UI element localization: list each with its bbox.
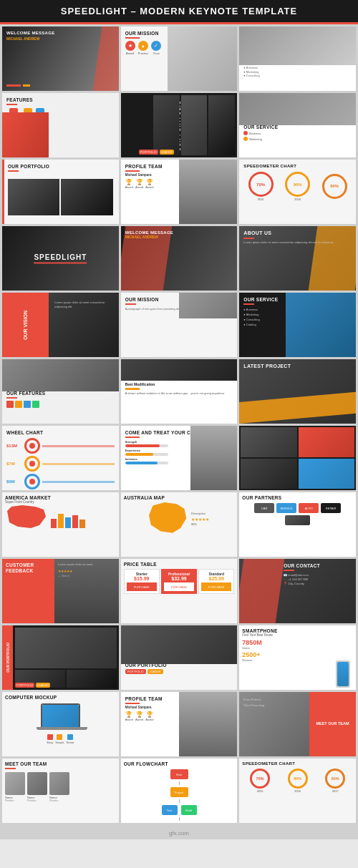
contact-title: OUR CONTACT bbox=[284, 563, 352, 568]
about-title: ABOUT US bbox=[243, 230, 352, 235]
meet-team-title: MEET OUR TEAM bbox=[316, 721, 349, 726]
slide-treat-car[interactable]: Come and Treat Your Car Strength Experie… bbox=[121, 426, 238, 490]
page-wrapper: SPEEDLIGHT – MODERN KEYNOTE TEMPLATE WEL… bbox=[0, 0, 358, 839]
slide-smartphone[interactable]: SMARTPHONE Find Your Best Route 7850M Us… bbox=[239, 625, 356, 690]
slide-speedometer2[interactable]: SPEEDOMETER CHART 70% 2015 80% 2016 90% bbox=[239, 759, 356, 823]
australia-title: AUSTRALIA MAP bbox=[124, 495, 235, 500]
slides-row-8: AMERICA MARKET Super Front Country bbox=[2, 492, 356, 557]
computer-title: COMPUTER MOCKUP bbox=[5, 695, 116, 700]
portfolio-dark-label: OUR PORTFOLIO bbox=[6, 643, 10, 673]
slide-mission2[interactable]: OUR MISSION A paragraph of text goes her… bbox=[121, 293, 238, 357]
slide-about[interactable]: ABOUT US Lorem ipsum dolor sit amet cons… bbox=[239, 226, 356, 291]
slide-mission[interactable]: OUR MISSION ★ Award ♦ Practice bbox=[121, 26, 238, 91]
watermark: gfx.com bbox=[0, 827, 358, 839]
slide-latest[interactable]: LATEST PROJECT bbox=[239, 359, 356, 424]
slides-row-5: OUR VISION Lorem ipsum dolor sit amet co… bbox=[2, 293, 356, 357]
slide-america[interactable]: AMERICA MARKET Super Front Country bbox=[2, 492, 119, 557]
meet-team2-title: MEET OUR TEAM bbox=[5, 761, 116, 766]
america-sub: Super Front Country bbox=[5, 500, 116, 504]
slide-welcome2[interactable]: WELCOME MESSAGE MICHAEL ANDREW bbox=[121, 226, 238, 291]
slide-portfolio-main[interactable]: OUR PORTFOLIO bbox=[2, 160, 119, 224]
slide-vision[interactable]: OUR VISION Lorem ipsum dolor sit amet co… bbox=[2, 293, 119, 357]
slide-profile[interactable]: PROFILE TEAM Michael Sampara 🏆 Award 🏆 A… bbox=[121, 160, 238, 224]
slides-container: WELCOME MESSAGE MICHAEL ANDREW OUR MISSI… bbox=[0, 24, 358, 827]
features-title: FEATURES bbox=[6, 97, 115, 102]
slides-row-9: CUSTOMER FEEDBACK Lorem ipsum dolor sit … bbox=[2, 559, 356, 623]
slides-row-10: OUR PORTFOLIO PORTFOLIO LEADER bbox=[2, 625, 356, 690]
service2-title: OUR SERVICE bbox=[243, 125, 352, 130]
vision-title: OUR VISION bbox=[23, 310, 28, 339]
slide-meet-team[interactable]: MEET OUR TEAM Evan Roberts Tyler Present… bbox=[239, 692, 356, 756]
speedometer-title: SPEEDOMETER CHART bbox=[243, 164, 352, 168]
slides-row-6: OUR FEATURES Best bbox=[2, 359, 356, 424]
slide-price[interactable]: PRICE TABLE Starter $15.99 PURCHASE Prof… bbox=[121, 559, 238, 623]
slide-modification[interactable]: Best Modification A dream without ambiti… bbox=[121, 359, 238, 424]
modification-quote: A dream without ambition is like a car w… bbox=[125, 391, 233, 396]
welcome2-subtitle: MICHAEL ANDREW bbox=[125, 235, 233, 239]
slide-features2[interactable]: OUR FEATURES bbox=[2, 359, 119, 424]
slide-profile2[interactable]: PROFILE TEAM Michael Sampara 🏆 Award 🏆 A… bbox=[121, 692, 238, 756]
slide-speedometer[interactable]: SPEEDOMETER CHART 70% 2015 90% 2016 bbox=[239, 160, 356, 224]
slide-service3[interactable]: OUR SERVICE ● Business ● Marketing ● Con… bbox=[239, 293, 356, 357]
slides-row-7: WHEEL CHART $13M $7M $ bbox=[2, 426, 356, 490]
logo-title: SPEEDLIGHT bbox=[34, 253, 87, 261]
smartphone-title: SMARTPHONE bbox=[242, 628, 353, 633]
smartphone-sub: Find Your Best Route bbox=[242, 633, 353, 637]
flowchart-title: OUR FLOWCHART bbox=[124, 761, 235, 766]
portfolio-main-title: OUR PORTFOLIO bbox=[8, 164, 115, 169]
header-title: SPEEDLIGHT – MODERN KEYNOTE TEMPLATE bbox=[61, 6, 297, 16]
wheel-title: WHEEL CHART bbox=[6, 430, 115, 435]
slide-portfolio-strip[interactable]: OUR PORTFOLIO PORTFOLIO LEADER bbox=[121, 93, 238, 157]
latest-title: LATEST PROJECT bbox=[243, 364, 352, 369]
slide-computer[interactable]: COMPUTER MOCKUP Easy Simple bbox=[2, 692, 119, 756]
slides-row-1: WELCOME MESSAGE MICHAEL ANDREW OUR MISSI… bbox=[2, 26, 356, 91]
slide-customer[interactable]: CUSTOMER FEEDBACK Lorem ipsum dolor sit … bbox=[2, 559, 119, 623]
slide-service2[interactable]: OUR SERVICE Business Marketing bbox=[239, 93, 356, 157]
slide-treat-photos[interactable] bbox=[239, 426, 356, 490]
slides-row-2: FEATURES Fast Setup Creative bbox=[2, 93, 356, 157]
slide-meet-team2[interactable]: MEET OUR TEAM Name Position Name Positio… bbox=[2, 759, 119, 823]
slide-features[interactable]: FEATURES Fast Setup Creative bbox=[2, 93, 119, 157]
page-header: SPEEDLIGHT – MODERN KEYNOTE TEMPLATE bbox=[0, 0, 358, 24]
slide-partners[interactable]: OUR PARTNERS CAR SERVICE AUTO REPAIR bbox=[239, 492, 356, 557]
slide-flowchart[interactable]: OUR FLOWCHART Start Project Test Build A… bbox=[121, 759, 238, 823]
slides-row-4: SPEEDLIGHT WELCOME MESSAGE MICHAEL ANDRE… bbox=[2, 226, 356, 291]
slide-service-top[interactable]: OUR SERVICE ● Business ● Marketing ● Con… bbox=[239, 26, 356, 91]
slides-row-3: OUR PORTFOLIO PROFILE TEAM Mic bbox=[2, 160, 356, 224]
slide-welcome[interactable]: WELCOME MESSAGE MICHAEL ANDREW bbox=[2, 26, 119, 91]
partners-title: OUR PARTNERS bbox=[242, 495, 353, 500]
welcome-subtitle: MICHAEL ANDREW bbox=[6, 36, 115, 41]
price-title: PRICE TABLE bbox=[124, 562, 235, 567]
modification-title: Best Modification bbox=[125, 382, 233, 386]
slides-row-12: MEET OUR TEAM Name Position Name Positio… bbox=[2, 759, 356, 823]
america-title: AMERICA MARKET bbox=[5, 495, 116, 500]
slide-portfolio-dark[interactable]: OUR PORTFOLIO PORTFOLIO LEADER bbox=[2, 625, 119, 690]
speedometer2-title: SPEEDOMETER CHART bbox=[242, 761, 353, 766]
slide-logo[interactable]: SPEEDLIGHT bbox=[2, 226, 119, 291]
slide-portfolio-mid[interactable]: OUR PORTFOLIO PORTFOLIO LEADER bbox=[121, 625, 238, 690]
slide-wheel-chart[interactable]: WHEEL CHART $13M $7M $ bbox=[2, 426, 119, 490]
slides-row-11: COMPUTER MOCKUP Easy Simple bbox=[2, 692, 356, 756]
slide-contact[interactable]: OUR CONTACT 📧 email@site.com 📞 +1 234 56… bbox=[239, 559, 356, 623]
features2-title: OUR FEATURES bbox=[6, 391, 115, 396]
slide-australia[interactable]: AUSTRALIA MAP Description ★★★★★ 98% bbox=[121, 492, 238, 557]
welcome-title: WELCOME MESSAGE bbox=[6, 31, 115, 35]
